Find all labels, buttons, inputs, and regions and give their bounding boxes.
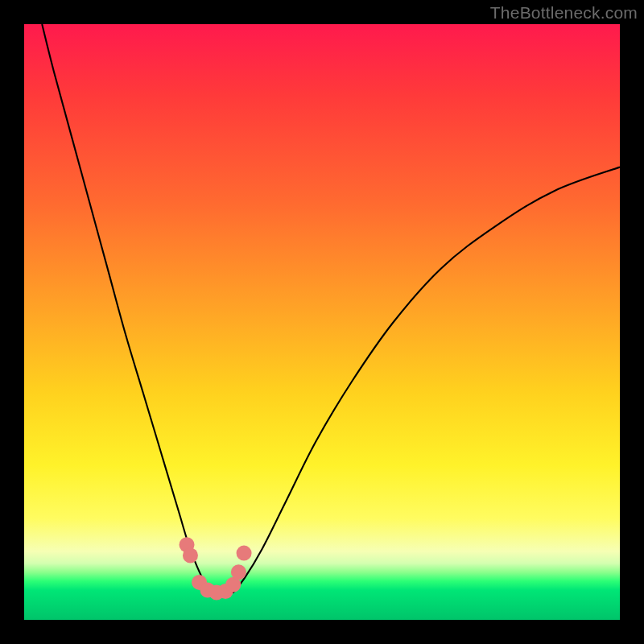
watermark-text: TheBottleneck.com <box>490 3 638 23</box>
trough-markers <box>180 537 252 600</box>
trough-marker <box>183 548 198 564</box>
curve-right-branch <box>233 167 620 593</box>
plot-area <box>24 24 620 620</box>
curve-left-branch <box>42 24 215 593</box>
curve-layer <box>24 24 620 620</box>
trough-marker <box>237 546 252 561</box>
chart-frame: TheBottleneck.com <box>0 0 644 644</box>
trough-marker <box>231 564 246 580</box>
bottleneck-curves <box>42 24 620 593</box>
